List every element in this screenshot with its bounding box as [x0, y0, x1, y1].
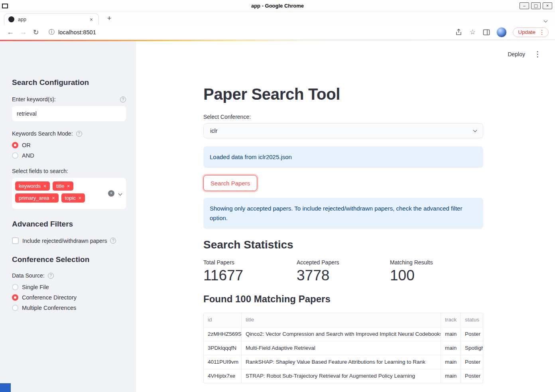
chevron-down-icon — [473, 128, 477, 132]
checkbox-unchecked-icon[interactable] — [12, 237, 19, 244]
cell-id: 3PDklqqqfN — [204, 341, 242, 355]
conference-selectbox[interactable]: iclr — [203, 123, 483, 138]
close-button[interactable]: × — [543, 2, 552, 9]
remove-tag-icon[interactable]: × — [43, 184, 46, 189]
minimize-button[interactable]: – — [520, 2, 529, 9]
remove-tag-icon[interactable]: × — [52, 196, 55, 201]
keyword-label: Enter keyword(s): — [12, 96, 56, 102]
forward-icon[interactable]: → — [17, 28, 30, 36]
side-panel-icon[interactable] — [482, 28, 490, 36]
fields-multiselect[interactable]: keywords× title× primary_area× topic× × — [12, 178, 126, 209]
remove-tag-icon[interactable]: × — [67, 184, 70, 189]
radio-option-conference-directory[interactable]: Conference Directory — [12, 294, 126, 301]
window-title: app - Google Chrome — [0, 0, 555, 12]
field-tag-keywords[interactable]: keywords× — [15, 181, 50, 191]
sidebar: Search Configuration Enter keyword(s): ?… — [0, 40, 136, 392]
radio-unselected-icon — [12, 152, 18, 159]
help-icon[interactable]: ? — [120, 97, 126, 102]
url-text: localhost:8501 — [58, 29, 96, 35]
conference-selection-heading: Conference Selection — [12, 255, 126, 264]
help-icon[interactable]: ? — [48, 273, 54, 279]
radio-option-single-file[interactable]: Single File — [12, 284, 126, 290]
url-host: localhost — [58, 29, 81, 35]
browser-tab[interactable]: app × — [4, 13, 99, 25]
keyword-input[interactable] — [12, 106, 126, 121]
address-bar[interactable]: ⓘ localhost:8501 — [45, 26, 452, 38]
toolbar-right-cluster: ☆ Update ⋮ — [455, 27, 551, 37]
cell-track: main — [441, 341, 461, 355]
field-tag-title[interactable]: title× — [53, 181, 73, 191]
site-info-icon[interactable]: ⓘ — [49, 28, 55, 36]
results-table[interactable]: id title track status 2zMHHZ569S Qinco2:… — [203, 313, 483, 383]
browser-toolbar: ← → ↻ ⓘ localhost:8501 ☆ Update ⋮ — [0, 25, 555, 40]
search-mode-label: Keywords Search Mode: — [12, 130, 73, 137]
field-tag-primary-area[interactable]: primary_area× — [15, 193, 59, 203]
tab-strip: app × + — [0, 12, 555, 25]
window-titlebar: app - Google Chrome – ▢ × — [0, 0, 555, 12]
radio-selected-icon — [12, 294, 18, 301]
tab-title: app — [18, 17, 85, 22]
bookmark-star-icon[interactable]: ☆ — [468, 28, 476, 36]
app-menu-icon[interactable]: ⋮ — [534, 49, 541, 59]
selected-field-tags: keywords× title× primary_area× topic× — [15, 181, 102, 203]
include-rejected-checkbox-row[interactable]: Include rejected/withdrawn papers ? — [12, 237, 126, 244]
advanced-filters-heading: Advanced Filters — [12, 220, 126, 229]
cell-title: Qinco2: Vector Compression and Search wi… — [242, 327, 441, 341]
app-toolbar: Deploy ⋮ — [508, 49, 541, 59]
browser-menu-icon[interactable]: ⋮ — [539, 29, 545, 35]
cell-track: main — [441, 369, 461, 383]
tab-list-chevron-icon[interactable] — [544, 16, 547, 24]
update-button[interactable]: Update ⋮ — [513, 28, 549, 37]
column-header-track[interactable]: track — [441, 313, 461, 327]
conference-selected-value: iclr — [210, 128, 218, 134]
share-icon[interactable] — [455, 28, 462, 36]
column-header-id[interactable]: id — [204, 313, 242, 327]
table-row: 4VHiptx7xe STRAP: Robot Sub-Trajectory R… — [204, 369, 483, 383]
search-papers-button[interactable]: Search Papers — [203, 175, 257, 191]
table-row: 2zMHHZ569S Qinco2: Vector Compression an… — [204, 327, 483, 341]
table-row: 4011PUI9vm RankSHAP: Shapley Value Based… — [204, 355, 483, 369]
cell-id: 4VHiptx7xe — [204, 369, 242, 383]
deploy-button[interactable]: Deploy — [508, 51, 525, 57]
cell-title: STRAP: Robot Sub-Trajectory Retrieval fo… — [242, 369, 441, 383]
back-icon[interactable]: ← — [4, 28, 17, 36]
search-configuration-heading: Search Configuration — [12, 78, 126, 87]
include-rejected-label: Include rejected/withdrawn papers — [22, 238, 107, 244]
conference-select-label: Select Conference: — [203, 114, 483, 120]
window-controls: – ▢ × — [520, 2, 552, 9]
search-statistics-heading: Search Statistics — [203, 238, 483, 251]
profile-avatar[interactable] — [496, 27, 507, 37]
radio-option-or[interactable]: OR — [12, 142, 126, 148]
status-badge[interactable] — [0, 383, 11, 392]
radio-option-and[interactable]: AND — [12, 152, 126, 159]
metric-accepted-papers: Accepted Papers 3778 — [297, 259, 390, 284]
clear-all-icon[interactable]: × — [108, 190, 114, 197]
tab-close-icon[interactable]: × — [88, 16, 94, 23]
cell-status: Spotlight — [461, 341, 483, 355]
chevron-down-icon[interactable] — [118, 191, 122, 195]
remove-tag-icon[interactable]: × — [79, 196, 81, 201]
fields-label: Select fields to search: — [12, 168, 68, 174]
data-source-radio-group: Single File Conference Directory Multipl… — [12, 284, 126, 311]
column-header-status[interactable]: status — [461, 313, 483, 327]
data-source-label: Data Source: — [12, 272, 45, 279]
maximize-button[interactable]: ▢ — [531, 2, 541, 9]
chrome-window: app - Google Chrome – ▢ × app × + ← → ↻ … — [0, 0, 555, 392]
radio-unselected-icon — [12, 284, 18, 290]
metrics-row: Total Papers 11677 Accepted Papers 3778 … — [203, 259, 483, 284]
streamlit-app: Search Configuration Enter keyword(s): ?… — [0, 40, 555, 392]
help-icon[interactable]: ? — [76, 131, 82, 137]
field-tag-topic[interactable]: topic× — [61, 193, 85, 203]
cell-status: Poster — [461, 369, 483, 383]
multiselect-controls: × — [108, 190, 122, 197]
column-header-title[interactable]: title — [242, 313, 441, 327]
reload-icon[interactable]: ↻ — [30, 28, 42, 37]
radio-option-multiple-conferences[interactable]: Multiple Conferences — [12, 305, 126, 311]
table-header-row: id title track status — [204, 313, 483, 327]
help-icon[interactable]: ? — [110, 238, 116, 244]
decoration-bar — [0, 40, 555, 41]
new-tab-button[interactable]: + — [104, 14, 114, 24]
loaded-info-box: Loaded data from iclr2025.json — [203, 146, 483, 168]
main-area: Deploy ⋮ Paper Search Tool Select Confer… — [136, 40, 555, 392]
url-port: :8501 — [81, 29, 96, 35]
